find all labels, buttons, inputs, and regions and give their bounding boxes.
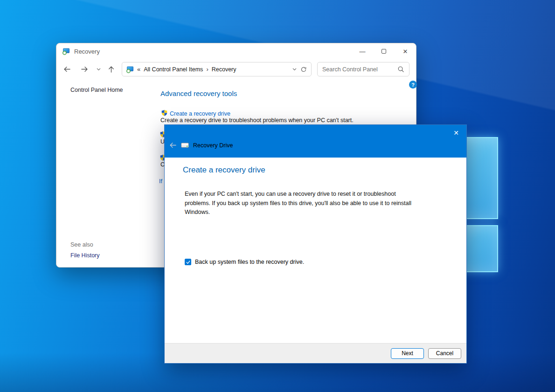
close-icon: ✕ (403, 48, 408, 55)
search-input[interactable] (322, 66, 397, 73)
close-icon: ✕ (453, 129, 459, 137)
dialog-footer: Next Cancel (165, 343, 466, 363)
breadcrumb-all-control-panel-items[interactable]: All Control Panel Items (144, 66, 203, 73)
dialog-heading: Create a recovery drive (183, 165, 265, 175)
up-button[interactable] (108, 65, 115, 73)
address-bar[interactable]: « All Control Panel Items › Recovery (122, 62, 312, 76)
next-button[interactable]: Next (391, 348, 424, 359)
see-also-heading: See also (70, 241, 93, 248)
minimize-icon: — (360, 48, 366, 55)
back-arrow-icon[interactable] (169, 142, 177, 149)
dialog-body-text: Even if your PC can't start, you can use… (185, 190, 420, 217)
close-button[interactable]: ✕ (395, 43, 416, 59)
recovery-drive-dialog: ✕ Recovery Drive Create a recovery drive… (164, 124, 467, 364)
breadcrumb-overflow-icon[interactable]: « (137, 66, 140, 73)
title-bar[interactable]: Recovery — ✕ (56, 43, 416, 59)
uac-shield-icon (161, 110, 167, 117)
help-icon: ? (411, 82, 415, 88)
checkbox-label[interactable]: Back up system files to the recovery dri… (195, 259, 304, 265)
create-recovery-drive-task[interactable]: Create a recovery drive (161, 110, 230, 117)
backup-system-files-option[interactable]: Back up system files to the recovery dri… (185, 259, 304, 265)
recovery-drive-icon (181, 142, 189, 148)
recent-pages-chevron-icon[interactable] (96, 67, 101, 72)
dialog-title: Recovery Drive (193, 142, 233, 149)
dialog-title-bar[interactable]: ✕ Recovery Drive (165, 125, 466, 158)
dialog-content: Create a recovery drive Even if your PC … (165, 158, 466, 344)
sidebar-item-file-history[interactable]: File History (70, 252, 100, 259)
create-recovery-drive-description: Create a recovery drive to troubleshoot … (160, 117, 354, 124)
breadcrumb-recovery[interactable]: Recovery (212, 66, 236, 73)
sidebar-item-control-panel-home[interactable]: Control Panel Home (70, 87, 123, 93)
dialog-close-button[interactable]: ✕ (451, 128, 462, 138)
desktop-wallpaper: Recovery — ✕ (0, 0, 555, 392)
navigation-bar: « All Control Panel Items › Recovery (56, 59, 416, 79)
refresh-icon[interactable] (300, 66, 307, 73)
address-dropdown-chevron-icon[interactable] (292, 67, 297, 72)
dialog-header: Recovery Drive (169, 142, 233, 149)
forward-button[interactable] (81, 66, 89, 73)
maximize-button[interactable] (373, 43, 395, 59)
create-recovery-drive-link[interactable]: Create a recovery drive (170, 110, 230, 117)
window-title: Recovery (74, 48, 100, 55)
recovery-app-icon (62, 48, 70, 55)
maximize-icon (382, 49, 386, 54)
checkbox-checked-icon[interactable] (185, 259, 191, 265)
clipped-settings-link-fragment[interactable]: If (159, 178, 162, 185)
back-button[interactable] (63, 66, 71, 73)
help-button[interactable]: ? (409, 81, 417, 89)
caption-buttons: — ✕ (352, 43, 416, 59)
control-panel-icon (126, 66, 134, 73)
minimize-button[interactable]: — (352, 43, 373, 59)
breadcrumb-separator-icon: › (206, 66, 208, 73)
page-title: Advanced recovery tools (160, 89, 237, 97)
search-box[interactable] (317, 62, 409, 76)
search-icon[interactable] (397, 66, 404, 73)
cancel-button[interactable]: Cancel (428, 348, 461, 359)
